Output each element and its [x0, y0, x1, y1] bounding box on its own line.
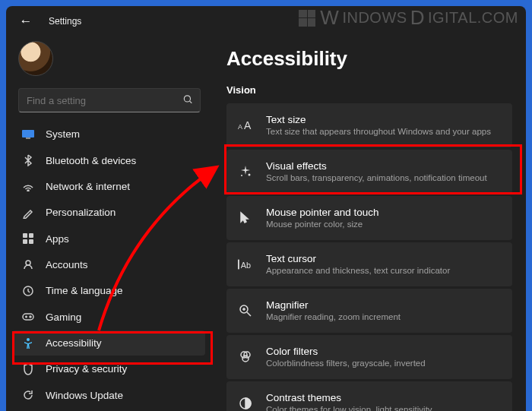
search-input[interactable] — [18, 88, 201, 112]
svg-point-17 — [241, 175, 242, 176]
svg-point-13 — [27, 338, 30, 341]
card-text-cursor[interactable]: Ab Text cursor Appearance and thickness,… — [226, 242, 512, 286]
settings-window: ← Settings System Bluetooth & devi — [6, 6, 526, 411]
sidebar: System Bluetooth & devices Network & int… — [6, 36, 210, 411]
sidebar-item-label: Accessibility — [46, 337, 102, 349]
sidebar-item-gaming[interactable]: Gaming — [12, 305, 205, 330]
magnifier-icon — [237, 302, 254, 319]
svg-rect-8 — [29, 239, 33, 244]
card-list: AA Text size Text size that appears thro… — [226, 103, 512, 411]
profile-block[interactable] — [12, 36, 207, 88]
back-button[interactable]: ← — [18, 14, 33, 29]
card-desc: Mouse pointer color, size — [266, 219, 379, 229]
sidebar-item-label: Gaming — [46, 311, 81, 323]
sidebar-item-label: Personalization — [46, 207, 116, 218]
privacy-icon — [21, 362, 35, 376]
gaming-icon — [21, 310, 35, 324]
svg-rect-5 — [23, 233, 27, 238]
svg-point-26 — [242, 356, 249, 362]
card-desc: Magnifier reading, zoom increment — [266, 311, 401, 322]
svg-point-9 — [26, 261, 30, 265]
card-title: Contrast themes — [266, 392, 432, 403]
card-text-size[interactable]: AA Text size Text size that appears thro… — [226, 103, 512, 147]
card-title: Color filters — [266, 346, 426, 357]
card-visual-effects[interactable]: Visual effects Scroll bars, transparency… — [226, 150, 512, 194]
text-size-icon: AA — [237, 117, 254, 134]
sidebar-item-label: System — [46, 128, 80, 140]
svg-rect-2 — [22, 130, 34, 138]
color-filters-icon — [237, 349, 254, 365]
sidebar-item-label: Time & language — [46, 285, 123, 296]
contrast-icon — [237, 395, 254, 411]
accounts-icon — [21, 258, 35, 271]
update-icon — [21, 388, 35, 402]
sidebar-item-bluetooth[interactable]: Bluetooth & devices — [12, 147, 205, 172]
sidebar-item-label: Accounts — [46, 259, 88, 270]
sidebar-item-apps[interactable]: Apps — [12, 226, 205, 251]
accessibility-icon — [21, 337, 35, 350]
main-panel: Accessibility Vision AA Text size Text s… — [210, 36, 526, 411]
network-icon — [21, 179, 35, 193]
svg-text:Ab: Ab — [241, 261, 251, 270]
search-container — [18, 88, 201, 112]
nav-list: System Bluetooth & devices Network & int… — [12, 122, 207, 408]
svg-rect-6 — [29, 233, 33, 238]
svg-rect-7 — [23, 239, 27, 244]
sidebar-item-label: Network & internet — [46, 181, 130, 192]
card-desc: Appearance and thickness, text cursor in… — [266, 265, 450, 276]
card-title: Text size — [266, 114, 491, 125]
sidebar-item-label: Windows Update — [46, 390, 123, 401]
sidebar-item-network[interactable]: Network & internet — [12, 174, 205, 199]
visual-effects-icon — [237, 163, 254, 180]
sidebar-item-accounts[interactable]: Accounts — [12, 252, 205, 277]
clock-icon — [21, 284, 35, 298]
svg-point-4 — [27, 190, 29, 191]
card-desc: Color themes for low vision, light sensi… — [266, 404, 432, 411]
system-icon — [21, 128, 35, 141]
card-contrast-themes[interactable]: Contrast themes Color themes for low vis… — [226, 381, 512, 411]
sidebar-item-label: Bluetooth & devices — [46, 155, 136, 166]
card-mouse-pointer[interactable]: Mouse pointer and touch Mouse pointer co… — [226, 196, 512, 240]
svg-point-16 — [249, 174, 251, 176]
windows-logo-icon — [299, 10, 315, 27]
card-desc: Scroll bars, transparency, animations, n… — [266, 172, 487, 183]
sidebar-item-label: Apps — [46, 233, 69, 245]
svg-rect-18 — [238, 260, 239, 270]
bluetooth-icon — [21, 153, 35, 167]
sidebar-item-time[interactable]: Time & language — [12, 278, 205, 303]
avatar — [18, 41, 53, 76]
svg-point-12 — [30, 316, 31, 318]
sidebar-item-accessibility[interactable]: Accessibility — [12, 330, 205, 356]
sidebar-item-privacy[interactable]: Privacy & security — [12, 356, 205, 381]
sidebar-item-personalization[interactable]: Personalization — [12, 200, 205, 225]
svg-rect-11 — [23, 314, 33, 320]
card-title: Visual effects — [266, 160, 487, 172]
svg-text:A: A — [238, 123, 242, 131]
section-label: Vision — [226, 84, 512, 96]
app-title: Settings — [49, 16, 81, 27]
text-cursor-icon: Ab — [237, 256, 254, 273]
svg-line-21 — [247, 312, 251, 316]
card-title: Mouse pointer and touch — [266, 207, 379, 218]
personalization-icon — [21, 206, 35, 220]
page-title: Accessibility — [226, 47, 512, 71]
card-magnifier[interactable]: Magnifier Magnifier reading, zoom increm… — [226, 289, 512, 333]
sidebar-item-label: Privacy & security — [46, 363, 127, 375]
card-title: Magnifier — [266, 299, 401, 311]
card-desc: Text size that appears throughout Window… — [266, 126, 491, 137]
card-title: Text cursor — [266, 253, 450, 264]
watermark: WINDOWSDIGITAL.COM — [299, 6, 518, 30]
card-color-filters[interactable]: Color filters Colorblindness filters, gr… — [226, 335, 512, 379]
sidebar-item-update[interactable]: Windows Update — [12, 383, 205, 408]
mouse-pointer-icon — [237, 210, 254, 226]
svg-text:A: A — [244, 119, 252, 131]
sidebar-item-system[interactable]: System — [12, 122, 205, 147]
apps-icon — [21, 232, 35, 245]
card-desc: Colorblindness filters, grayscale, inver… — [266, 358, 426, 368]
svg-rect-3 — [26, 138, 30, 139]
